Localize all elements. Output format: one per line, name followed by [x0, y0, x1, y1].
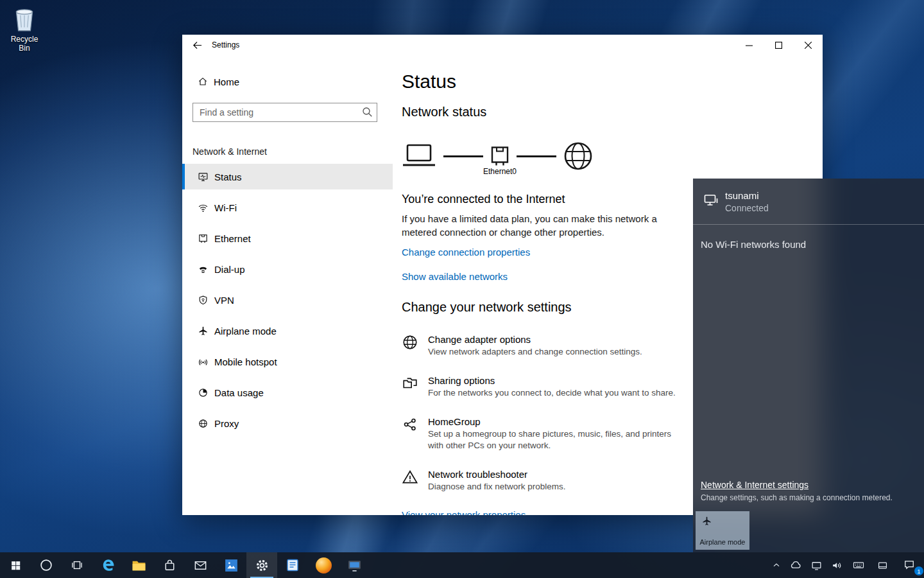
window-title: Settings	[212, 40, 239, 49]
proxy-icon	[198, 418, 209, 429]
desktop: Recycle Bin Settings	[0, 0, 924, 578]
ethernet-connection-icon	[703, 193, 719, 208]
edge-browser-button[interactable]	[92, 552, 123, 578]
start-button[interactable]	[0, 552, 31, 578]
status-icon	[198, 171, 209, 182]
connection-status-body: If you have a limited data plan, you can…	[402, 212, 662, 239]
volume-tray-button[interactable]	[826, 552, 847, 578]
tablet-tray-icon	[877, 559, 889, 572]
sharing-options-icon	[402, 375, 418, 392]
airplane-mode-label: Airplane mode	[696, 538, 749, 546]
onedrive-tray-button[interactable]	[785, 552, 806, 578]
recycle-bin[interactable]: Recycle Bin	[4, 4, 44, 53]
sidebar-item-home[interactable]: Home	[182, 69, 393, 94]
hidden-icons-button[interactable]	[767, 552, 785, 578]
no-wifi-message: No Wi-Fi networks found	[701, 238, 916, 251]
item-description: View network adapters and change connect…	[428, 346, 642, 358]
sidebar-item-wifi[interactable]: Wi-Fi	[182, 195, 393, 220]
mobile-hotspot-icon	[198, 356, 209, 367]
vpn-icon	[198, 295, 209, 306]
monitor-app-button[interactable]	[339, 552, 370, 578]
monitor-app-icon	[346, 557, 363, 574]
notification-badge: 1	[914, 566, 923, 575]
gear-icon	[255, 558, 270, 573]
touch-keyboard-button[interactable]	[847, 552, 870, 578]
homegroup-icon	[402, 416, 418, 433]
sidebar-home-label: Home	[214, 76, 239, 87]
sidebar-section-label: Network & Internet	[193, 146, 393, 157]
mail-envelope-icon	[193, 558, 208, 573]
dialup-icon	[198, 264, 209, 275]
item-title: Sharing options	[428, 374, 676, 387]
item-description: Diagnose and fix network problems.	[428, 481, 566, 493]
sidebar-item-label: Ethernet	[214, 233, 251, 244]
sidebar-item-dialup[interactable]: Dial-up	[182, 256, 393, 282]
photos-tile-icon	[223, 557, 239, 574]
back-button[interactable]	[182, 35, 212, 55]
mail-button[interactable]	[185, 552, 216, 578]
item-title: Network troubleshooter	[428, 468, 566, 481]
settings-app-button[interactable]	[246, 552, 277, 578]
sidebar-item-label: Status	[214, 171, 242, 182]
file-explorer-button[interactable]	[123, 552, 154, 578]
item-description: For the networks you connect to, decide …	[428, 387, 676, 399]
connector-line	[517, 155, 556, 157]
network-internet-settings-link[interactable]: Network & Internet settings	[701, 479, 809, 491]
globe-icon	[563, 141, 593, 171]
cloud-icon	[789, 559, 802, 572]
maximize-button[interactable]	[764, 35, 793, 55]
notes-doc-icon	[285, 557, 300, 573]
airplane-icon	[701, 516, 712, 527]
search-input[interactable]	[193, 103, 377, 122]
network-connection-status: Connected	[725, 202, 769, 215]
sidebar-item-data-usage[interactable]: Data usage	[182, 380, 393, 405]
network-diagram: Ethernet0	[402, 140, 823, 172]
sidebar-item-proxy[interactable]: Proxy	[182, 410, 393, 436]
cortana-circle-icon	[39, 558, 53, 572]
network-flyout: tsunami Connected No Wi-Fi networks foun…	[693, 179, 924, 552]
windows-logo-icon	[10, 560, 21, 571]
action-center-button[interactable]: 1	[894, 552, 924, 578]
close-button[interactable]	[793, 35, 823, 55]
sidebar-item-label: Wi-Fi	[214, 202, 237, 213]
tablet-mode-tray-button[interactable]	[870, 552, 894, 578]
connector-line	[443, 155, 483, 157]
sidebar-item-mobile-hotspot[interactable]: Mobile hotspot	[182, 349, 393, 374]
photos-app-button[interactable]	[216, 552, 246, 578]
network-name: tsunami	[725, 190, 769, 202]
ethernet-icon	[198, 233, 209, 244]
page-title: Status	[402, 71, 823, 92]
sidebar-item-label: Proxy	[214, 418, 239, 429]
change-connection-properties-link[interactable]: Change connection properties	[402, 247, 530, 258]
titlebar: Settings	[182, 35, 823, 55]
sidebar-item-status[interactable]: Status	[182, 164, 393, 189]
airplane-mode-tile[interactable]: Airplane mode	[696, 511, 749, 550]
item-description: Set up a homegroup to share pictures, mu…	[428, 428, 681, 451]
search-box	[193, 103, 377, 122]
back-arrow-icon	[193, 40, 202, 50]
browser-globe-icon	[316, 557, 332, 574]
recycle-bin-icon	[4, 4, 44, 33]
ethernet-adapter-label: Ethernet0	[483, 167, 517, 176]
taskbar: 1	[0, 552, 924, 578]
store-button[interactable]	[154, 552, 185, 578]
view-network-properties-link[interactable]: View your network properties	[402, 509, 526, 515]
show-available-networks-link[interactable]: Show available networks	[402, 271, 508, 282]
sidebar-item-label: Dial-up	[214, 264, 245, 275]
item-title: Change adapter options	[428, 333, 642, 346]
sidebar: Home Network & Internet Status Wi-Fi	[182, 55, 393, 515]
minimize-button[interactable]	[734, 35, 764, 55]
ethernet-tray-icon	[810, 559, 823, 572]
network-tray-button[interactable]	[806, 552, 826, 578]
data-usage-icon	[198, 387, 209, 398]
browser-app-button[interactable]	[308, 552, 339, 578]
notes-app-button[interactable]	[277, 552, 308, 578]
cortana-search-button[interactable]	[31, 552, 62, 578]
search-icon	[362, 107, 373, 118]
sidebar-item-vpn[interactable]: VPN	[182, 287, 393, 313]
sidebar-item-ethernet[interactable]: Ethernet	[182, 225, 393, 251]
laptop-icon	[402, 143, 436, 169]
connected-network-row[interactable]: tsunami Connected	[693, 179, 924, 215]
sidebar-item-airplane-mode[interactable]: Airplane mode	[182, 318, 393, 344]
task-view-button[interactable]	[62, 552, 92, 578]
